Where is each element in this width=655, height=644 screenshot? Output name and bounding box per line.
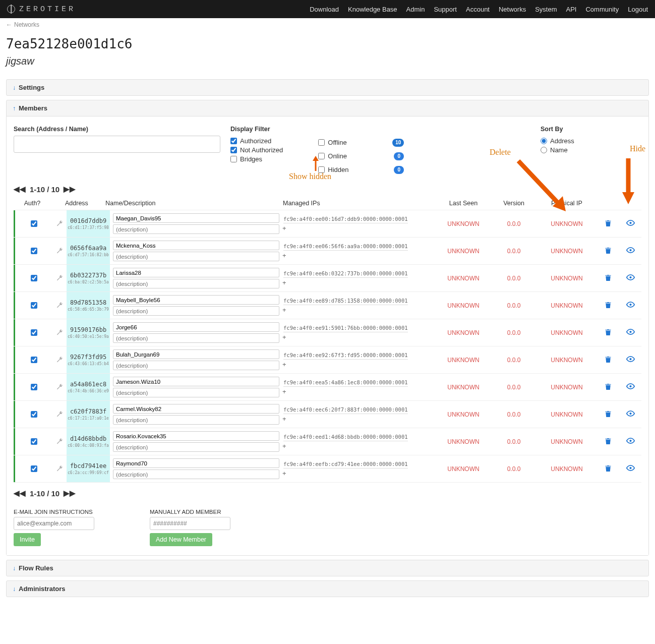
wrench-icon[interactable]	[52, 455, 67, 482]
member-description-input[interactable]	[113, 470, 279, 479]
filter-checkbox[interactable]	[230, 147, 237, 153]
member-name-input[interactable]	[113, 431, 279, 441]
member-name-input[interactable]	[113, 377, 279, 386]
hide-icon[interactable]	[626, 464, 635, 473]
sort-radio[interactable]	[541, 147, 547, 153]
manual-add-input[interactable]	[150, 517, 230, 530]
add-ip-icon[interactable]: +	[282, 224, 286, 232]
add-ip-icon[interactable]: +	[282, 415, 286, 423]
auth-checkbox[interactable]	[31, 384, 37, 390]
nav-link-system[interactable]: System	[535, 6, 557, 13]
delete-icon[interactable]	[605, 356, 612, 365]
wrench-icon[interactable]	[52, 428, 67, 455]
add-member-button[interactable]: Add New Member	[150, 533, 212, 546]
member-name-input[interactable]	[113, 458, 279, 468]
brand[interactable]: ZEROTIER	[7, 5, 76, 14]
wrench-icon[interactable]	[52, 374, 67, 400]
nav-link-api[interactable]: API	[566, 6, 577, 13]
add-ip-icon[interactable]: +	[282, 470, 286, 477]
nav-link-support[interactable]: Support	[434, 6, 457, 13]
auth-checkbox[interactable]	[31, 220, 37, 227]
pager-first-icon[interactable]: ◀◀	[14, 489, 26, 498]
filter-online[interactable]: Online0	[318, 151, 404, 161]
member-description-input[interactable]	[113, 415, 279, 425]
auth-checkbox[interactable]	[31, 275, 37, 281]
auth-checkbox[interactable]	[31, 248, 37, 254]
member-name-input[interactable]	[113, 268, 279, 277]
panel-administrators[interactable]: ↓ Administrators	[6, 580, 649, 597]
search-input[interactable]	[14, 136, 220, 153]
member-description-input[interactable]	[113, 361, 279, 370]
filter-offline[interactable]: Offline10	[318, 137, 404, 148]
hide-icon[interactable]	[626, 328, 635, 337]
member-description-input[interactable]	[113, 442, 279, 452]
filter-checkbox[interactable]	[318, 166, 325, 173]
delete-icon[interactable]	[605, 410, 612, 419]
wrench-icon[interactable]	[52, 401, 67, 428]
wrench-icon[interactable]	[52, 346, 67, 373]
delete-icon[interactable]	[605, 464, 612, 474]
wrench-icon[interactable]	[52, 319, 67, 346]
pager-last-icon[interactable]: ▶▶	[64, 489, 76, 498]
delete-icon[interactable]	[605, 437, 612, 446]
delete-icon[interactable]	[605, 328, 612, 337]
add-ip-icon[interactable]: +	[282, 388, 286, 395]
filter-authorized[interactable]: Authorized	[230, 137, 283, 145]
filter-checkbox[interactable]	[318, 153, 325, 159]
wrench-icon[interactable]	[52, 292, 67, 319]
delete-icon[interactable]	[605, 247, 612, 256]
filter-checkbox[interactable]	[230, 138, 237, 144]
nav-link-community[interactable]: Community	[585, 6, 619, 13]
delete-icon[interactable]	[605, 301, 612, 310]
invite-button[interactable]: Invite	[14, 533, 41, 546]
hide-icon[interactable]	[626, 247, 635, 255]
member-description-input[interactable]	[113, 252, 279, 261]
member-name-input[interactable]	[113, 295, 279, 305]
sort-radio[interactable]	[541, 138, 547, 144]
hide-icon[interactable]	[626, 274, 635, 282]
hide-icon[interactable]	[626, 219, 635, 228]
sort-address[interactable]: Address	[541, 137, 641, 145]
auth-checkbox[interactable]	[31, 357, 37, 363]
delete-icon[interactable]	[605, 383, 612, 392]
member-description-input[interactable]	[113, 333, 279, 343]
add-ip-icon[interactable]: +	[282, 442, 286, 450]
filter-hidden[interactable]: Hidden0	[318, 164, 404, 175]
auth-checkbox[interactable]	[31, 411, 37, 418]
add-ip-icon[interactable]: +	[282, 333, 286, 341]
filter-checkbox[interactable]	[318, 139, 325, 146]
nav-link-logout[interactable]: Logout	[628, 6, 648, 13]
member-name-input[interactable]	[113, 241, 279, 250]
nav-link-download[interactable]: Download	[310, 6, 339, 13]
add-ip-icon[interactable]: +	[282, 252, 286, 259]
add-ip-icon[interactable]: +	[282, 361, 286, 368]
member-description-input[interactable]	[113, 279, 279, 288]
delete-icon[interactable]	[605, 274, 612, 283]
wrench-icon[interactable]	[52, 265, 67, 291]
nav-link-account[interactable]: Account	[466, 6, 490, 13]
auth-checkbox[interactable]	[31, 465, 37, 472]
member-description-input[interactable]	[113, 306, 279, 316]
delete-icon[interactable]	[605, 219, 612, 228]
member-name-input[interactable]	[113, 404, 279, 414]
nav-link-admin[interactable]: Admin	[406, 6, 425, 13]
wrench-icon[interactable]	[52, 210, 67, 237]
hide-icon[interactable]	[626, 410, 635, 419]
hide-icon[interactable]	[626, 356, 635, 364]
filter-not-authorized[interactable]: Not Authorized	[230, 146, 283, 154]
breadcrumb[interactable]: ←Networks	[0, 18, 655, 31]
auth-checkbox[interactable]	[31, 302, 37, 309]
add-ip-icon[interactable]: +	[282, 279, 286, 286]
email-invite-input[interactable]	[14, 517, 94, 530]
panel-members-header[interactable]: ↑ Members	[7, 100, 648, 116]
add-ip-icon[interactable]: +	[282, 306, 286, 314]
member-name-input[interactable]	[113, 322, 279, 332]
hide-icon[interactable]	[626, 383, 635, 391]
nav-link-knowledge-base[interactable]: Knowledge Base	[348, 6, 397, 13]
pager-first-icon[interactable]: ◀◀	[14, 185, 26, 194]
hide-icon[interactable]	[626, 301, 635, 310]
nav-link-networks[interactable]: Networks	[499, 6, 526, 13]
wrench-icon[interactable]	[52, 238, 67, 264]
panel-settings[interactable]: ↓ Settings	[6, 79, 649, 96]
member-name-input[interactable]	[113, 213, 279, 223]
